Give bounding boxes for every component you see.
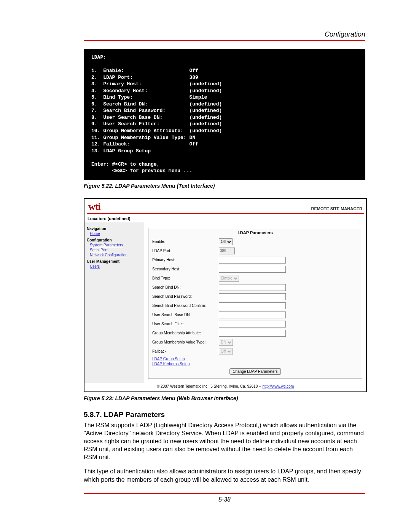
web-footer: © 2007 Western Telematic Inc., 5 Sterlin… [84,383,366,391]
sidebar: Navigation Home Configuration System Par… [84,222,144,383]
nav-heading: Navigation [87,226,142,231]
product-label: REMOTE SITE MANAGER [311,206,362,212]
user-search-filter-label: User Search Filter: [152,322,219,326]
change-ldap-parameters-button[interactable]: Change LDAP Parameters [229,368,280,375]
user-search-base-dn-input[interactable] [219,312,286,318]
secondary-host-label: Secondary Host: [152,267,219,271]
secondary-host-input[interactable] [219,266,286,273]
body-paragraph-1: The RSM supports LADP (Lightweight Direc… [84,421,365,462]
web-footer-text: © 2007 Western Telematic Inc., 5 Sterlin… [157,384,263,388]
primary-host-label: Primary Host: [152,258,219,262]
bind-type-label: Bind Type: [152,276,219,280]
ldap-params-title: LDAP Parameters [150,230,360,237]
group-membership-value-type-select[interactable]: DN [219,339,233,346]
figure-5-22-caption: Figure 5.22: LDAP Parameters Menu (Text … [84,183,365,189]
ldap-kerberos-setup-link[interactable]: LDAP Kerberos Setup [152,362,360,366]
ldap-port-label: LDAP Port: [152,249,219,253]
group-membership-value-type-label: Group Membership Value Type: [152,340,219,344]
section-heading: 5.8.7. LDAP Parameters [84,411,365,419]
enable-select[interactable]: Off [219,238,233,245]
figure-5-23-caption: Figure 5.23: LDAP Parameters Menu (Web B… [84,395,365,401]
terminal-figure: LDAP: 1. Enable: Off 2. LDAP Port: 389 3… [84,49,365,180]
fallback-label: Fallback: [152,349,219,353]
web-footer-link[interactable]: http://www.wti.com [262,384,294,388]
fallback-select[interactable]: Off [219,348,233,355]
wti-logo: wti [88,201,100,212]
primary-host-input[interactable] [219,257,286,264]
search-bind-dn-input[interactable] [219,284,286,291]
nav-network-config-link[interactable]: Network Configuration [90,252,142,257]
nav-serial-port-link[interactable]: Serial Port [90,248,142,252]
user-search-filter-input[interactable] [219,321,286,328]
ldap-params-panel: LDAP Parameters Enable: Off LDAP Port: 3… [148,228,362,379]
location-label: Location: (undefined) [88,216,363,221]
search-bind-dn-label: Search Bind DN: [152,285,219,289]
body-paragraph-2: This type of authentication also allows … [84,467,365,483]
top-rule [84,40,365,41]
nav-system-parameters-link[interactable]: System Parameters [90,243,142,248]
user-mgmt-heading: User Management [87,259,142,264]
ldap-port-input[interactable]: 389 [219,248,235,254]
nav-home-link[interactable]: Home [90,231,142,236]
search-bind-password-confirm-label: Search Bind Password Confirm: [152,304,219,308]
group-membership-attribute-input[interactable] [219,330,286,337]
user-search-base-dn-label: User Search Base DN: [152,313,219,317]
nav-users-link[interactable]: Users [90,264,142,269]
bottom-rule [84,493,365,494]
page-header: Configuration [84,30,365,38]
enable-label: Enable: [152,240,219,244]
web-red-rule [87,213,364,214]
search-bind-password-confirm-input[interactable] [219,302,286,309]
web-figure: wti REMOTE SITE MANAGER Location: (undef… [84,198,367,392]
search-bind-password-label: Search Bind Password: [152,294,219,299]
config-heading: Configuration [87,238,142,243]
ldap-group-setup-link[interactable]: LDAP Group Setup [152,357,360,361]
search-bind-password-input[interactable] [219,293,286,300]
page-number: 5-38 [84,496,365,503]
group-membership-attribute-label: Group Membership Attribute: [152,331,219,335]
bind-type-select[interactable]: Simple [219,275,239,282]
